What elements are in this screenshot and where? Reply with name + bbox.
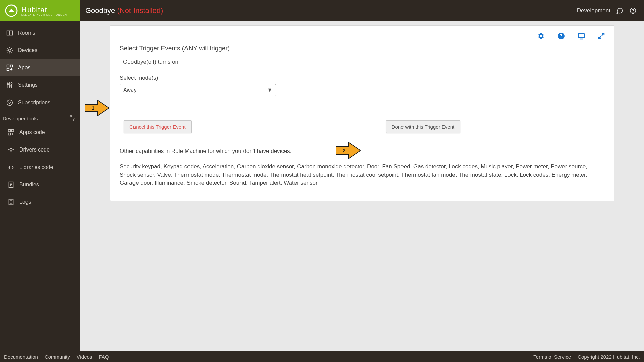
brand-tagline: ELEVATE YOUR ENVIRONMENT (21, 14, 69, 16)
svg-point-22 (9, 85, 10, 87)
svg-line-13 (11, 48, 12, 49)
done-trigger-button[interactable]: Done with this Trigger Event (386, 120, 461, 133)
help-circle-icon[interactable] (556, 31, 566, 41)
svg-point-20 (7, 83, 9, 85)
collapse-icon[interactable] (70, 115, 75, 122)
footer-link-faq[interactable]: FAQ (99, 354, 109, 360)
app-title: Goodbye (85, 6, 115, 15)
sidebar-item-label: Rooms (18, 30, 35, 36)
brand-text: Hubitat ELEVATE YOUR ENVIRONMENT (21, 6, 69, 16)
developer-tools-header[interactable]: Developer tools (0, 111, 80, 124)
svg-line-12 (8, 52, 8, 53)
svg-rect-27 (12, 130, 14, 132)
sidebar-item-label: Subscriptions (18, 100, 50, 106)
brand-logo[interactable]: Hubitat ELEVATE YOUR ENVIRONMENT (0, 0, 80, 21)
apps-code-icon (7, 129, 15, 136)
settings-icon (6, 81, 13, 89)
libraries-code-icon (7, 164, 15, 171)
sidebar-item-bundles[interactable]: Bundles (0, 176, 80, 193)
config-card: 1 2 (110, 25, 614, 201)
devices-icon (6, 47, 13, 54)
sidebar-item-label: Logs (19, 199, 31, 205)
sidebar-item-apps-code[interactable]: Apps code (0, 124, 80, 141)
cancel-trigger-button[interactable]: Cancel this Trigger Event (124, 120, 192, 133)
svg-rect-48 (578, 34, 584, 38)
rooms-icon (6, 29, 13, 37)
help-icon[interactable] (629, 6, 637, 15)
other-capabilities-list: Security keypad, Keypad codes, Accelerat… (120, 163, 603, 187)
expand-icon[interactable] (597, 31, 606, 41)
svg-point-31 (10, 148, 12, 151)
footer: Documentation Community Videos FAQ Terms… (0, 351, 644, 362)
gear-icon[interactable] (536, 31, 546, 41)
svg-rect-26 (8, 130, 10, 132)
svg-point-47 (561, 37, 561, 38)
mode-select-label: Select mode(s) (120, 75, 605, 81)
sidebar-item-label: Drivers code (19, 147, 50, 153)
trigger-summary: Goodbye(off) turns on (123, 59, 605, 65)
monitor-icon[interactable] (577, 31, 586, 41)
svg-point-5 (8, 49, 11, 51)
annotation-arrow-1: 1 (84, 98, 110, 118)
environment-label: Development (577, 7, 610, 14)
section-title: Select Trigger Events (ANY will trigger) (120, 45, 605, 52)
sidebar-item-label: Bundles (19, 182, 39, 188)
chevron-down-icon: ▼ (267, 87, 272, 93)
sidebar: Rooms Devices Apps Settings Subscription… (0, 21, 80, 351)
svg-text:1: 1 (92, 105, 94, 111)
drivers-code-icon (7, 146, 15, 154)
sidebar-item-drivers-code[interactable]: Drivers code (0, 141, 80, 159)
svg-rect-14 (7, 65, 9, 67)
bundles-icon (7, 181, 15, 188)
svg-point-24 (11, 83, 12, 84)
footer-tos[interactable]: Terms of Service (533, 354, 571, 360)
sidebar-item-label: Apps (18, 65, 30, 71)
apps-icon (6, 64, 13, 71)
main-content: 1 2 (80, 21, 644, 351)
sidebar-item-label: Devices (18, 47, 37, 53)
mode-select[interactable]: Away ▼ (120, 84, 276, 96)
svg-point-25 (7, 100, 13, 106)
chat-icon[interactable] (615, 6, 624, 15)
svg-point-2 (633, 12, 633, 12)
sidebar-item-label: Libraries code (19, 164, 53, 170)
svg-line-10 (8, 48, 8, 49)
sidebar-item-apps[interactable]: Apps (0, 59, 80, 76)
sidebar-item-libraries-code[interactable]: Libraries code (0, 159, 80, 176)
app-status: (Not Installed) (117, 6, 163, 15)
mode-select-value: Away (123, 87, 137, 93)
svg-line-11 (11, 52, 12, 53)
brand-name: Hubitat (21, 6, 69, 14)
sidebar-item-settings[interactable]: Settings (0, 76, 80, 94)
card-toolbar (110, 26, 614, 42)
sidebar-item-logs[interactable]: Logs (0, 193, 80, 211)
footer-copyright: Copyright 2022 Hubitat, Inc. (578, 354, 640, 360)
other-capabilities-label: Other capabilities in Rule Machine for w… (120, 148, 605, 155)
sidebar-item-label: Apps code (19, 129, 45, 135)
footer-link-documentation[interactable]: Documentation (4, 354, 38, 360)
logs-icon (7, 198, 15, 206)
subscriptions-icon (6, 99, 13, 106)
svg-rect-15 (10, 65, 12, 67)
svg-rect-16 (7, 68, 9, 70)
hubitat-logo-icon (5, 4, 18, 17)
page-title: Goodbye (Not Installed) (80, 6, 163, 15)
sidebar-item-subscriptions[interactable]: Subscriptions (0, 94, 80, 111)
footer-link-community[interactable]: Community (45, 354, 70, 360)
sidebar-item-devices[interactable]: Devices (0, 42, 80, 59)
footer-link-videos[interactable]: Videos (77, 354, 92, 360)
sidebar-item-label: Settings (18, 82, 38, 88)
svg-rect-28 (8, 133, 10, 135)
sidebar-item-rooms[interactable]: Rooms (0, 24, 80, 42)
developer-tools-label: Developer tools (3, 116, 38, 121)
topbar: Hubitat ELEVATE YOUR ENVIRONMENT Goodbye… (0, 0, 644, 21)
